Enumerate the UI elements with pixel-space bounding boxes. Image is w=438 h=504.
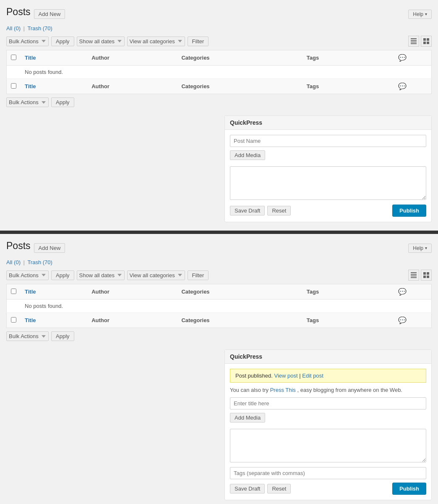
svg-rect-6 bbox=[423, 42, 426, 44]
title-sort-link-footer-2[interactable]: Title bbox=[25, 317, 36, 323]
title-column-header-2[interactable]: Title bbox=[21, 284, 87, 299]
svg-rect-14 bbox=[423, 276, 426, 278]
separator-2: | bbox=[23, 259, 25, 265]
view-categories-select-2[interactable]: View all categories bbox=[127, 270, 185, 280]
enter-title-input-2[interactable] bbox=[230, 397, 426, 410]
apply-button-top-1[interactable]: Apply bbox=[51, 37, 74, 46]
categories-column-header-2: Categories bbox=[177, 284, 302, 299]
tags-column-footer-1: Tags bbox=[302, 79, 373, 94]
tags-column-header-2: Tags bbox=[302, 284, 373, 299]
add-media-button-1[interactable]: Add Media bbox=[230, 150, 265, 160]
filter-button-2[interactable]: Filter bbox=[188, 270, 209, 280]
svg-rect-5 bbox=[427, 38, 429, 41]
check-all-column-footer-2 bbox=[7, 313, 21, 328]
quickpress-title-1: QuickPress bbox=[225, 116, 431, 130]
bulk-actions-select-bottom-2[interactable]: Bulk Actions bbox=[6, 331, 49, 341]
post-content-textarea-2[interactable] bbox=[230, 429, 426, 462]
svg-rect-7 bbox=[427, 42, 429, 44]
filter-button-1[interactable]: Filter bbox=[188, 37, 209, 46]
help-button-1[interactable]: Help bbox=[408, 10, 432, 19]
all-link-1[interactable]: All (0) bbox=[6, 25, 21, 32]
check-all-column-header-1 bbox=[7, 50, 21, 66]
trash-link-1[interactable]: Trash (70) bbox=[27, 25, 52, 32]
view-post-link-2[interactable]: View post bbox=[274, 373, 298, 379]
tablenav-top-2: Bulk Actions Apply Show all dates View a… bbox=[6, 270, 432, 281]
comment-icon-header-1: 💬 bbox=[398, 54, 407, 61]
trash-link-2[interactable]: Trash (70) bbox=[27, 259, 52, 265]
comment-column-header-1: 💬 bbox=[373, 50, 432, 66]
svg-rect-10 bbox=[411, 276, 417, 276]
save-draft-button-2[interactable]: Save Draft bbox=[230, 484, 265, 494]
edit-post-link-2[interactable]: Edit post bbox=[302, 373, 323, 379]
panel-2: Posts Add New Help All (0) | Trash (70) … bbox=[0, 234, 438, 504]
post-name-input-1[interactable] bbox=[230, 135, 426, 147]
tablenav-bottom-1: Bulk Actions Apply bbox=[6, 97, 432, 107]
svg-rect-0 bbox=[411, 38, 417, 39]
title-sort-link-footer-1[interactable]: Title bbox=[25, 83, 36, 89]
add-media-button-2[interactable]: Add Media bbox=[230, 413, 265, 423]
bulk-actions-select-bottom-1[interactable]: Bulk Actions bbox=[6, 97, 49, 107]
check-all-checkbox-top-2[interactable] bbox=[11, 289, 16, 294]
svg-rect-9 bbox=[411, 274, 417, 275]
reset-button-1[interactable]: Reset bbox=[267, 206, 291, 215]
view-mode-switcher-1 bbox=[408, 36, 432, 47]
help-button-2[interactable]: Help bbox=[408, 244, 432, 253]
quickpress-body-2: Post published. View post | Edit post Yo… bbox=[225, 364, 431, 500]
show-dates-select-2[interactable]: Show all dates bbox=[77, 270, 125, 280]
view-categories-select-1[interactable]: View all categories bbox=[127, 37, 185, 46]
publish-button-2[interactable]: Publish bbox=[392, 483, 426, 495]
list-view-icon-2[interactable] bbox=[408, 270, 419, 281]
title-column-footer-1[interactable]: Title bbox=[21, 79, 87, 94]
panel-1: Posts Add New Help All (0) | Trash (70) … bbox=[0, 0, 438, 231]
grid-view-icon-2[interactable] bbox=[421, 270, 432, 281]
comment-icon-footer-2: 💬 bbox=[398, 317, 407, 324]
author-column-footer-2: Author bbox=[87, 313, 177, 328]
section-divider bbox=[0, 231, 438, 234]
publish-button-1[interactable]: Publish bbox=[392, 205, 426, 217]
title-column-footer-2[interactable]: Title bbox=[21, 313, 87, 328]
tags-input-2[interactable] bbox=[230, 467, 426, 479]
comment-column-header-2: 💬 bbox=[373, 284, 432, 299]
svg-rect-15 bbox=[427, 276, 429, 278]
svg-rect-8 bbox=[411, 272, 417, 273]
tags-column-footer-2: Tags bbox=[302, 313, 373, 328]
publish-notice-2: Post published. View post | Edit post bbox=[230, 369, 426, 383]
author-column-footer-1: Author bbox=[87, 79, 177, 94]
grid-view-icon-1[interactable] bbox=[421, 36, 432, 47]
quickpress-body-1: Add Media Save Draft Reset Publish bbox=[225, 130, 431, 222]
list-view-icon-1[interactable] bbox=[408, 36, 419, 47]
check-all-checkbox-bottom-1[interactable] bbox=[11, 83, 16, 89]
press-this-link-2[interactable]: Press This bbox=[270, 387, 296, 393]
show-dates-select-1[interactable]: Show all dates bbox=[77, 37, 125, 46]
all-link-2[interactable]: All (0) bbox=[6, 259, 21, 265]
bulk-actions-select-top-1[interactable]: Bulk Actions bbox=[6, 37, 49, 46]
add-new-button-2[interactable]: Add New bbox=[34, 243, 65, 253]
add-new-button-1[interactable]: Add New bbox=[34, 9, 65, 19]
check-all-column-footer-1 bbox=[7, 79, 21, 94]
title-sort-link-1[interactable]: Title bbox=[25, 55, 36, 61]
apply-button-bottom-1[interactable]: Apply bbox=[51, 97, 74, 107]
save-draft-button-1[interactable]: Save Draft bbox=[230, 206, 265, 215]
post-content-textarea-1[interactable] bbox=[230, 166, 426, 200]
post-status-links-2: All (0) | Trash (70) bbox=[6, 259, 432, 265]
check-all-checkbox-bottom-2[interactable] bbox=[11, 317, 16, 323]
quickpress-widget-1: QuickPress Add Media Save Draft Reset Pu… bbox=[224, 116, 432, 222]
notice-text-2: Post published. bbox=[235, 373, 273, 379]
no-posts-row-2: No posts found. bbox=[7, 299, 432, 313]
apply-button-bottom-2[interactable]: Apply bbox=[51, 331, 74, 341]
svg-rect-11 bbox=[411, 277, 417, 278]
bulk-actions-select-top-2[interactable]: Bulk Actions bbox=[6, 270, 49, 280]
check-all-checkbox-top-1[interactable] bbox=[11, 55, 16, 60]
svg-rect-12 bbox=[423, 272, 426, 275]
title-sort-link-2[interactable]: Title bbox=[25, 289, 36, 295]
no-posts-check-1 bbox=[7, 66, 21, 79]
svg-rect-13 bbox=[427, 272, 429, 275]
reset-button-2[interactable]: Reset bbox=[267, 484, 291, 494]
author-column-header-2: Author bbox=[87, 284, 177, 299]
comment-icon-header-2: 💬 bbox=[398, 288, 407, 295]
press-this-note-2: You can also try Press This , easy blogg… bbox=[230, 387, 426, 393]
apply-button-top-2[interactable]: Apply bbox=[51, 270, 74, 280]
quickpress-actions-2: Save Draft Reset Publish bbox=[230, 483, 426, 495]
title-column-header-1[interactable]: Title bbox=[21, 50, 87, 66]
page-title-2: Posts bbox=[6, 240, 31, 252]
